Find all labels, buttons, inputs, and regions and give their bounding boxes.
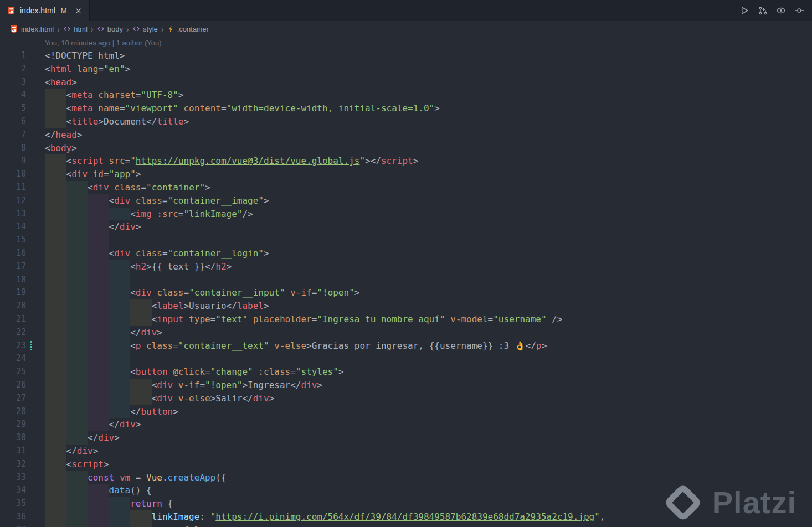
code-text[interactable]: linkImage: "https://i.pinimg.com/564x/df… [45, 510, 605, 524]
indent-guide [88, 365, 109, 379]
toggle-file-blame-icon[interactable] [774, 3, 788, 18]
gutter [26, 208, 45, 221]
line-number: 18 [0, 273, 26, 287]
breadcrumb-label: index.html [21, 25, 54, 33]
indent-guide [109, 299, 131, 313]
code-text[interactable]: <div id="app"> [45, 168, 141, 181]
breadcrumb-item-container[interactable]: .container [167, 25, 209, 33]
line-number: 15 [0, 234, 26, 247]
indent-guide [66, 286, 88, 299]
code-text[interactable]: <label>Usuario</label> [45, 299, 269, 313]
code-text[interactable]: <div class="container__input" v-if="!ope… [45, 286, 359, 299]
tab-modified-badge: M [61, 7, 67, 15]
gutter-change-marker [26, 339, 45, 353]
code-text[interactable]: open: false, [45, 524, 215, 527]
indent-guide [88, 273, 109, 287]
line-number: 31 [0, 445, 26, 458]
code-text[interactable]: <script> [45, 458, 109, 471]
indent-guide [45, 365, 66, 379]
code-text[interactable]: <head> [45, 76, 77, 89]
indent-guide [109, 326, 131, 339]
indent-guide [130, 510, 152, 524]
code-text[interactable]: <body> [45, 142, 77, 155]
code-line-20: 20<label>Usuario</label> [0, 299, 812, 313]
indent-guide [45, 524, 66, 527]
breadcrumb-item-html[interactable]: html [63, 25, 88, 33]
indent-guide [88, 313, 109, 326]
chevron-right-icon: › [159, 24, 166, 34]
code-text[interactable]: <title>Document</title> [45, 115, 189, 128]
indent-guide [88, 234, 109, 247]
line-number: 12 [0, 194, 26, 208]
code-line-2: 2<html lang="en"> [0, 63, 812, 76]
line-number: 23 [0, 339, 26, 353]
indent-guide [45, 102, 66, 115]
code-text[interactable] [45, 273, 130, 287]
indent-guide [88, 379, 109, 392]
code-text[interactable]: <meta charset="UTF-8"> [45, 89, 184, 102]
code-text[interactable]: const vm = Vue.createApp({ [45, 471, 227, 484]
code-line-29: 29</div> [0, 418, 812, 431]
html-file-icon [9, 24, 18, 33]
code-text[interactable]: <p class="container__text" v-else>Gracia… [45, 339, 547, 353]
indent-guide [109, 392, 131, 405]
code-text[interactable]: <html lang="en"> [45, 63, 130, 76]
code-text[interactable]: <img :src="linkImage"/> [45, 208, 253, 221]
editor-actions [737, 0, 806, 21]
code-text[interactable]: return { [45, 497, 173, 510]
indent-guide [45, 392, 66, 405]
commit-graph-icon[interactable] [792, 3, 806, 18]
line-number: 4 [0, 89, 26, 102]
chevron-right-icon: › [89, 24, 96, 34]
code-text[interactable]: <div class="container__image"> [45, 194, 269, 208]
gutter [26, 326, 45, 339]
indent-guide [45, 168, 66, 181]
code-text[interactable]: <script src="https://unpkg.com/vue@3/dis… [45, 154, 418, 168]
indent-guide [45, 208, 66, 221]
code-text[interactable]: <!DOCTYPE html> [45, 49, 125, 63]
close-icon[interactable] [74, 7, 83, 15]
code-text[interactable]: <div class="container"> [45, 181, 210, 194]
indent-guide [66, 260, 88, 273]
code-text[interactable]: <meta name="viewport" content="width=dev… [45, 102, 440, 115]
code-text[interactable]: </div> [45, 326, 162, 339]
indent-guide [66, 365, 88, 379]
indent-guide [88, 352, 109, 365]
gutter [26, 181, 45, 194]
code-text[interactable]: </div> [45, 431, 120, 445]
open-changes-icon[interactable] [756, 3, 770, 18]
indent-guide [88, 510, 109, 524]
tab-index-html[interactable]: index.html M [0, 0, 90, 21]
indent-guide [45, 510, 66, 524]
git-blame-annotation[interactable]: You, 10 minutes ago | 1 author (You) [0, 37, 812, 49]
code-lines: 1<!DOCTYPE html>2<html lang="en">3<head>… [0, 49, 812, 527]
code-text[interactable] [45, 352, 130, 365]
line-number: 13 [0, 208, 26, 221]
line-number: 20 [0, 299, 26, 313]
indent-guide [66, 208, 88, 221]
indent-guide [45, 339, 66, 353]
indent-guide [45, 273, 66, 287]
code-text[interactable]: </head> [45, 128, 82, 142]
code-text[interactable]: </div> [45, 445, 98, 458]
code-text[interactable] [45, 234, 109, 247]
line-number: 30 [0, 431, 26, 445]
code-text[interactable]: data() { [45, 484, 152, 497]
code-text[interactable]: <div v-if="!open">Ingresar</div> [45, 379, 322, 392]
code-text[interactable]: <h2>{{ text }}</h2> [45, 260, 232, 273]
indent-guide [130, 524, 152, 527]
breadcrumb-item-body[interactable]: body [97, 25, 123, 33]
code-text[interactable]: <div class="container__login"> [45, 247, 269, 260]
indent-guide [109, 339, 131, 353]
breadcrumb-item-style[interactable]: style [132, 25, 158, 33]
line-number: 5 [0, 102, 26, 115]
breadcrumb-item-index-html[interactable]: index.html [9, 24, 54, 33]
run-code-icon[interactable] [737, 3, 752, 18]
code-text[interactable]: </button> [45, 405, 178, 418]
code-text[interactable]: </div> [45, 220, 141, 234]
code-text[interactable]: <div v-else>Salir</div> [45, 392, 274, 405]
code-text[interactable]: </div> [45, 418, 141, 431]
indent-guide [66, 497, 88, 510]
code-text[interactable]: <input type="text" placeholder="Ingresa … [45, 313, 562, 326]
code-text[interactable]: <button @click="change" :class="styles"> [45, 365, 343, 379]
